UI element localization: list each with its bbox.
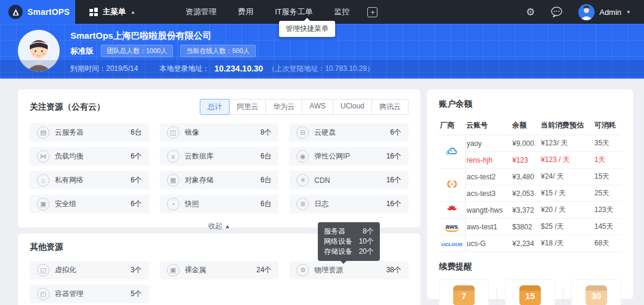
resource-item-private-network[interactable]: ⌂私有网络6个 <box>30 171 149 189</box>
calendar-15-icon: 15 <box>519 285 541 305</box>
admin-caret-icon: ▼ <box>626 10 631 15</box>
table-row[interactable]: acs-test3 ¥2,053 ¥15 / 天 25天 <box>439 185 621 202</box>
resource-count: 38个 <box>386 265 401 275</box>
remain-cell: 145天 <box>593 219 621 235</box>
nav-item-tickets[interactable]: IT服务工单 <box>275 7 313 17</box>
resource-count: 6个 <box>131 199 142 209</box>
daily-cell: ¥15 / 天 <box>540 185 593 202</box>
table-row[interactable]: acs-test2 ¥3,480 ¥24/ 天 15天 <box>439 169 621 185</box>
nav-item-monitoring[interactable]: 监控 <box>334 7 349 17</box>
gear-icon[interactable]: ⚙ <box>526 6 535 18</box>
resource-item-container[interactable]: ◰容器管理5个 <box>30 285 149 303</box>
renewal-card-15days[interactable]: 15 15天内需续费 ¥ 4500.15 <box>505 279 555 305</box>
daily-cell: ¥18 /天 <box>540 235 593 252</box>
resource-item-cloud-disk[interactable]: ⊟云硬盘6个 <box>289 123 408 142</box>
remain-cell: 123天 <box>593 202 621 219</box>
resource-name: 负载均衡 <box>55 151 83 161</box>
ucloud-icon: UCLOUD <box>439 235 465 252</box>
days-number: 15 <box>525 291 535 301</box>
resource-count: 8个 <box>261 127 272 138</box>
resource-item-security-group[interactable]: ▣安全组6个 <box>30 195 149 213</box>
security-group-icon: ▣ <box>37 198 49 210</box>
tab-aliyun[interactable]: 阿里云 <box>229 99 266 115</box>
logo[interactable]: SmartOPS <box>0 0 75 24</box>
resource-item-physical[interactable]: ⚙物理资源38个 <box>289 261 408 279</box>
resource-item-snapshot[interactable]: ◔快照6台 <box>160 195 279 213</box>
cdn-icon: ✳ <box>296 174 309 186</box>
resource-name: 云数据库 <box>185 151 213 161</box>
resource-item-bare-metal[interactable]: ▣裸金属24个 <box>160 261 279 279</box>
table-row-alert[interactable]: rens-hjh ¥123 ¥123 / 天 1天 <box>439 152 621 169</box>
tab-huawei[interactable]: 华为云 <box>265 99 302 115</box>
resource-name: 云服务器 <box>55 127 83 138</box>
chat-icon[interactable] <box>550 6 563 18</box>
renewal-card-30days[interactable]: 30 30天内需续费 ¥ 7800.15 <box>571 279 621 305</box>
nav-item-resources[interactable]: 资源管理 <box>185 7 216 17</box>
resource-item-elastic-ip[interactable]: ◉弹性公网IP16个 <box>289 147 408 166</box>
database-icon: ≡ <box>167 150 179 163</box>
top-navbar: SmartOPS 主菜单 ▲ 资源管理 费用 IT服务工单 监控 + ⚙ Adm… <box>0 0 644 24</box>
resource-item-image[interactable]: ◫镜像8个 <box>160 123 279 142</box>
remain-cell: 1天 <box>593 152 621 169</box>
resource-count: 6台 <box>261 151 272 161</box>
resource-name: 快照 <box>185 199 199 209</box>
tencent-cloud-icon <box>439 135 465 169</box>
bare-metal-icon: ▣ <box>167 264 179 276</box>
table-row[interactable]: wangtt-hws ¥3,372 ¥20 / 天 123天 <box>439 202 621 219</box>
resource-item-load-balancer[interactable]: ⋈负载均衡6个 <box>30 147 149 166</box>
daily-cell: $25 /天 <box>540 219 593 235</box>
resource-count: 6个 <box>390 127 401 138</box>
account-cell: acs-test3 <box>465 185 511 202</box>
resource-item-cloud-server[interactable]: ▤云服务器6台 <box>30 123 149 142</box>
account-cell: ucs-G <box>465 235 511 252</box>
balance-cell: ¥123 <box>511 152 540 169</box>
resource-item-object-storage[interactable]: ▦对象存储6台 <box>160 171 279 189</box>
tab-tencent[interactable]: 腾讯云 <box>371 99 408 115</box>
admin-menu[interactable]: Admin ▼ <box>578 4 631 20</box>
image-icon: ◫ <box>167 126 179 139</box>
admin-avatar <box>578 4 595 20</box>
company-name: SmartOps上海巴啦啦股份有限公司 <box>70 30 212 42</box>
tab-ucloud[interactable]: UCloud <box>333 99 372 115</box>
divider <box>563 288 564 305</box>
resource-name: 镜像 <box>185 127 199 138</box>
container-icon: ◰ <box>37 288 49 300</box>
cloud-disk-icon: ⊟ <box>296 126 309 139</box>
resource-count: 24个 <box>256 265 271 275</box>
table-row[interactable]: aws aws-test1 $3802 $25 /天 145天 <box>439 219 621 235</box>
ucloud-logo-text: UCLOUD <box>441 242 462 247</box>
tab-aws[interactable]: AWS <box>302 99 333 115</box>
col-daily-estimate: 当前消费预估 <box>540 117 593 135</box>
tab-total[interactable]: 总计 <box>200 99 230 115</box>
cloud-server-icon: ▤ <box>37 126 49 139</box>
table-row[interactable]: UCLOUD ucs-G ¥2,234 ¥18 /天 68天 <box>439 235 621 252</box>
other-resource-grid: ◱虚拟化3个 ▣裸金属24个 ⚙物理资源38个 ◰容器管理5个 <box>30 261 408 303</box>
table-row[interactable]: yaoy ¥9,000 ¥123/ 天 35天 <box>439 135 621 152</box>
nav-item-billing[interactable]: 费用 <box>238 7 253 17</box>
resource-grid: ▤云服务器6台 ◫镜像8个 ⊟云硬盘6个 ⋈负载均衡6个 ≡云数据库6台 ◉弹性… <box>30 123 408 213</box>
divider <box>497 288 497 305</box>
snapshot-icon: ◔ <box>167 198 179 210</box>
resource-item-cdn[interactable]: ✳CDN16个 <box>289 171 408 189</box>
logo-text: SmartOPS <box>27 7 70 17</box>
days-number: 7 <box>462 291 466 301</box>
remain-cell: 35天 <box>593 135 621 152</box>
resource-item-cloud-database[interactable]: ≡云数据库6台 <box>160 147 279 166</box>
daily-cell: ¥123/ 天 <box>540 135 593 152</box>
resource-name: 日志 <box>314 199 329 209</box>
collapse-label: 收起 <box>208 222 222 230</box>
balance-cell: $3802 <box>511 219 540 235</box>
renewal-card-7days[interactable]: 7 7天内需续费 ¥ 2100.15 <box>439 279 489 305</box>
tooltip-storage-label: 存储设备 <box>324 247 352 257</box>
resource-item-virtualization[interactable]: ◱虚拟化3个 <box>30 261 149 279</box>
main-menu-button[interactable]: 主菜单 ▲ <box>75 0 148 24</box>
calendar-7-icon: 7 <box>453 285 475 305</box>
tooltip-storage-count: 20个 <box>359 247 374 257</box>
resource-count: 6个 <box>131 175 142 185</box>
account-cell: rens-hjh <box>465 152 511 169</box>
menu-caret-icon: ▲ <box>131 10 135 15</box>
resource-item-log[interactable]: ≣日志16个 <box>289 195 408 213</box>
physical-resource-tooltip: 服务器8个 网络设备10个 存储设备20个 <box>318 222 380 261</box>
resource-name: 对象存储 <box>185 175 213 185</box>
add-quick-menu-button[interactable]: + <box>367 7 377 17</box>
